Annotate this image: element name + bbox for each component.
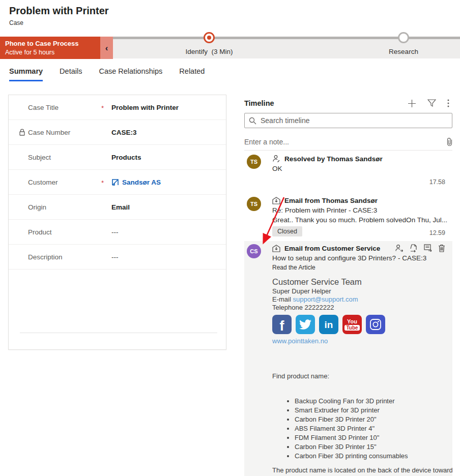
avatar-cs[interactable]: CS	[247, 244, 261, 258]
timeline-entry-email-thomas[interactable]: TS Email from Thomas Sandsør Re: Problem…	[244, 197, 452, 241]
field-label: Description	[28, 253, 101, 261]
person-icon	[272, 155, 280, 163]
case-form-card: Case Title * Problem with Printer Case N…	[8, 95, 226, 350]
subject-value[interactable]: Products	[111, 154, 141, 161]
process-name: Phone to Case Process	[5, 40, 100, 47]
product-item: Carbon Fiber 3D Printer 15"	[295, 443, 452, 451]
form-row-subject: Subject Products	[9, 145, 226, 170]
facebook-icon[interactable]: f	[272, 315, 292, 334]
twitter-icon[interactable]	[296, 315, 315, 334]
delete-icon[interactable]	[438, 244, 445, 252]
stage-identify[interactable]: Identify (3 Min)	[174, 32, 245, 55]
stage-research-label: Research	[373, 48, 434, 55]
inactive-stage-icon	[398, 32, 409, 43]
description-value[interactable]: ---	[111, 253, 119, 261]
website-link[interactable]: www.pointtaken.no	[272, 337, 328, 345]
product-item: FDM Filament 3D Printer 10"	[295, 434, 452, 441]
entry-timestamp: 12.59	[302, 229, 452, 236]
field-label: Subject	[28, 154, 101, 161]
social-icons-row: f in You Tube	[272, 315, 452, 334]
status-badge: Closed	[272, 226, 302, 236]
signature-phone: Telephone 22222222	[272, 304, 452, 311]
signature-role: Super Duper Helper	[272, 287, 452, 295]
open-record-icon[interactable]	[410, 244, 418, 252]
form-row-origin: Origin Email	[9, 195, 226, 220]
add-record-icon[interactable]	[408, 99, 416, 108]
active-process-box[interactable]: Phone to Case Process Active for 5 hours	[0, 37, 100, 59]
notes-icon[interactable]	[424, 244, 432, 252]
form-row-case-title: Case Title * Problem with Printer	[9, 95, 226, 120]
form-row-case-number: Case Number CASE:3	[9, 120, 226, 145]
required-asterisk: *	[101, 103, 111, 112]
entry-preview: Great.. Thank you so much. Problem solve…	[271, 216, 452, 224]
signature-email: E-mail support@support.com	[272, 295, 452, 303]
entry-timestamp: 17.58	[271, 178, 452, 186]
case-page: Problem with Printer Case Phone to Case …	[0, 0, 460, 476]
process-status: Active for 5 hours	[5, 49, 100, 56]
stage-identify-label: Identify (3 Min)	[174, 48, 245, 55]
collapse-stage-button[interactable]: ‹	[100, 37, 113, 59]
field-label: Product	[28, 228, 101, 236]
form-row-product: Product ---	[9, 220, 226, 245]
form-row-description: Description ---	[9, 245, 226, 270]
paperclip-icon[interactable]	[446, 137, 452, 146]
email-footer-text: The product name is located on the back …	[272, 466, 452, 476]
assign-icon[interactable]	[395, 244, 404, 252]
more-commands-icon[interactable]	[447, 99, 449, 107]
avatar-ts[interactable]: TS	[247, 155, 261, 169]
product-item: Carbon Fiber 3D printing consumables	[295, 452, 452, 460]
entry-body: OK	[271, 165, 452, 172]
lock-icon	[19, 129, 25, 136]
find-product-text: Find product name:	[272, 372, 452, 380]
signature-team: Customer Service Team	[272, 278, 452, 286]
timeline-search-box	[244, 113, 452, 128]
timeline-panel: Timeline Enter a note...	[244, 97, 452, 476]
form-row-customer: Customer * Sandsør AS	[9, 170, 226, 195]
field-label: Origin	[28, 203, 101, 211]
timeline-entry-resolved[interactable]: TS Resolved by Thomas Sandsør OK 17.58	[244, 154, 452, 197]
filter-icon[interactable]	[427, 99, 436, 107]
avatar-ts[interactable]: TS	[247, 197, 261, 211]
note-input[interactable]: Enter a note...	[244, 138, 446, 146]
page-title: Problem with Printer	[9, 5, 109, 17]
field-label: Case Title	[28, 104, 101, 111]
account-icon	[111, 178, 119, 186]
product-item: Carbon Fiber 3D Printer 20"	[295, 415, 452, 423]
tab-bar: Summary Details Case Relationships Relat…	[9, 67, 205, 81]
support-email-link[interactable]: support@support.com	[293, 295, 358, 303]
timeline-title: Timeline	[244, 99, 408, 107]
instagram-icon[interactable]	[366, 315, 385, 334]
product-value[interactable]: ---	[111, 228, 119, 236]
tab-case-relationships[interactable]: Case Relationships	[99, 67, 162, 81]
tab-summary[interactable]: Summary	[9, 67, 43, 81]
origin-value[interactable]: Email	[111, 203, 130, 211]
linkedin-icon[interactable]: in	[319, 315, 338, 334]
product-item: Backup Cooling Fan for 3D printer	[295, 397, 452, 405]
email-icon	[272, 197, 280, 204]
business-process-flow: Phone to Case Process Active for 5 hours…	[0, 37, 460, 59]
entry-subject: How to setup and configure 3D Printers? …	[271, 254, 452, 262]
product-item: ABS Filament 3D Printer 4"	[295, 425, 452, 432]
timeline-header: Timeline	[244, 97, 452, 110]
read-article-link[interactable]: Read the Article	[271, 264, 452, 271]
field-label: Customer	[28, 178, 101, 186]
case-title-value[interactable]: Problem with Printer	[111, 104, 179, 111]
entry-title: Resolved by Thomas Sandsør	[284, 155, 383, 163]
field-label: Case Number	[28, 129, 101, 136]
required-asterisk: *	[101, 177, 111, 187]
product-list: Backup Cooling Fan for 3D printerSmart E…	[295, 397, 452, 460]
search-icon	[249, 117, 256, 125]
entry-subject: Re: Problem with Printer - CASE:3	[271, 206, 452, 214]
entry-title: Email from Customer Service	[284, 245, 380, 252]
page-header: Problem with Printer Case	[9, 5, 109, 26]
timeline-entry-email-cs[interactable]: CS Email from Customer Service	[244, 241, 452, 476]
youtube-icon[interactable]: You Tube	[342, 315, 362, 334]
product-item: Smart Extruder for 3D printer	[295, 406, 452, 414]
case-number-value: CASE:3	[111, 129, 137, 136]
active-stage-icon	[204, 32, 215, 43]
search-input[interactable]	[261, 116, 448, 125]
tab-related[interactable]: Related	[179, 67, 205, 81]
stage-research[interactable]: Research	[373, 32, 434, 55]
customer-link[interactable]: Sandsør AS	[111, 178, 161, 186]
tab-details[interactable]: Details	[60, 67, 82, 81]
